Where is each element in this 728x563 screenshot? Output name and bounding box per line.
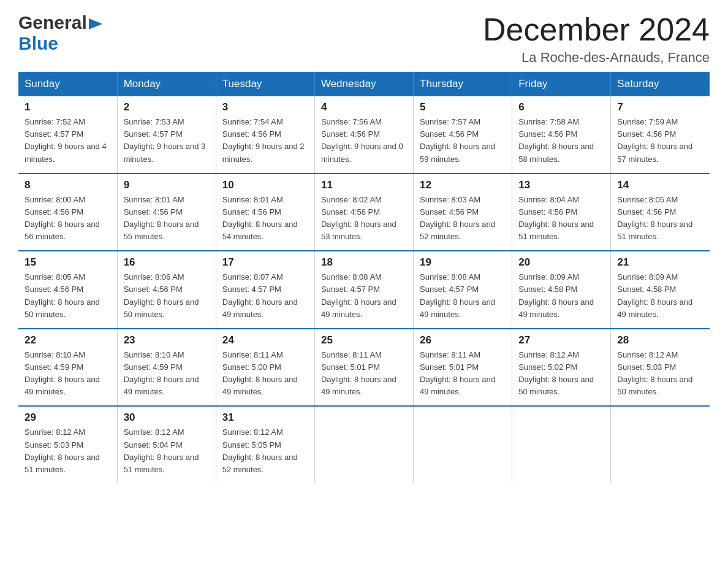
calendar-day-17: 17Sunrise: 8:07 AMSunset: 4:57 PMDayligh… (216, 251, 314, 329)
day-info: Sunrise: 7:54 AMSunset: 4:56 PMDaylight:… (222, 116, 308, 166)
day-info: Sunrise: 8:08 AMSunset: 4:57 PMDaylight:… (420, 271, 506, 321)
calendar-day-13: 13Sunrise: 8:04 AMSunset: 4:56 PMDayligh… (512, 174, 611, 251)
calendar-week-2: 8Sunrise: 8:00 AMSunset: 4:56 PMDaylight… (18, 174, 710, 251)
day-number: 2 (124, 101, 210, 113)
calendar-day-16: 16Sunrise: 8:06 AMSunset: 4:56 PMDayligh… (117, 251, 216, 329)
calendar-day-27: 27Sunrise: 8:12 AMSunset: 5:02 PMDayligh… (512, 329, 611, 407)
calendar-day-5: 5Sunrise: 7:57 AMSunset: 4:56 PMDaylight… (414, 96, 512, 174)
column-header-thursday: Thursday (414, 72, 512, 96)
day-number: 30 (124, 412, 210, 424)
day-number: 13 (518, 179, 604, 191)
column-header-wednesday: Wednesday (314, 72, 413, 96)
logo-general: General (18, 12, 87, 33)
calendar-day-25: 25Sunrise: 8:11 AMSunset: 5:01 PMDayligh… (314, 329, 413, 407)
day-info: Sunrise: 8:08 AMSunset: 4:57 PMDaylight:… (321, 271, 407, 321)
day-number: 11 (321, 179, 407, 191)
column-header-sunday: Sunday (18, 72, 117, 96)
calendar-day-26: 26Sunrise: 8:11 AMSunset: 5:01 PMDayligh… (414, 329, 512, 407)
day-info: Sunrise: 7:53 AMSunset: 4:57 PMDaylight:… (124, 116, 210, 166)
calendar-day-21: 21Sunrise: 8:09 AMSunset: 4:58 PMDayligh… (611, 251, 710, 329)
day-number: 7 (617, 101, 703, 113)
day-info: Sunrise: 8:09 AMSunset: 4:58 PMDaylight:… (518, 271, 604, 321)
page-header: General Blue December 2024 La Roche-des-… (18, 12, 710, 66)
calendar-day-19: 19Sunrise: 8:08 AMSunset: 4:57 PMDayligh… (414, 251, 512, 329)
calendar-header-row: SundayMondayTuesdayWednesdayThursdayFrid… (18, 72, 710, 96)
calendar-day-14: 14Sunrise: 8:05 AMSunset: 4:56 PMDayligh… (611, 174, 710, 251)
day-number: 16 (124, 256, 210, 269)
day-info: Sunrise: 8:10 AMSunset: 4:59 PMDaylight:… (25, 349, 111, 399)
day-number: 8 (25, 179, 111, 191)
day-info: Sunrise: 8:11 AMSunset: 5:00 PMDaylight:… (222, 349, 308, 399)
calendar-day-23: 23Sunrise: 8:10 AMSunset: 4:59 PMDayligh… (117, 329, 216, 407)
month-title: December 2024 (483, 12, 710, 47)
calendar-day-6: 6Sunrise: 7:58 AMSunset: 4:56 PMDaylight… (512, 96, 611, 174)
day-info: Sunrise: 8:07 AMSunset: 4:57 PMDaylight:… (222, 271, 308, 321)
day-info: Sunrise: 7:56 AMSunset: 4:56 PMDaylight:… (321, 116, 407, 166)
calendar-day-4: 4Sunrise: 7:56 AMSunset: 4:56 PMDaylight… (314, 96, 413, 174)
day-number: 6 (518, 101, 604, 113)
day-info: Sunrise: 8:05 AMSunset: 4:56 PMDaylight:… (617, 194, 703, 243)
calendar-day-18: 18Sunrise: 8:08 AMSunset: 4:57 PMDayligh… (314, 251, 413, 329)
day-number: 22 (25, 334, 111, 347)
day-info: Sunrise: 8:12 AMSunset: 5:05 PMDaylight:… (222, 426, 308, 476)
calendar-table: SundayMondayTuesdayWednesdayThursdayFrid… (18, 72, 710, 483)
empty-cell (512, 406, 611, 483)
day-number: 25 (321, 334, 407, 347)
svg-marker-0 (89, 18, 102, 29)
day-info: Sunrise: 8:12 AMSunset: 5:03 PMDaylight:… (25, 426, 111, 476)
day-info: Sunrise: 8:00 AMSunset: 4:56 PMDaylight:… (25, 194, 111, 243)
day-info: Sunrise: 8:10 AMSunset: 4:59 PMDaylight:… (124, 349, 210, 399)
day-number: 9 (124, 179, 210, 191)
day-number: 10 (222, 179, 308, 191)
calendar-day-30: 30Sunrise: 8:12 AMSunset: 5:04 PMDayligh… (117, 406, 216, 483)
calendar-day-11: 11Sunrise: 8:02 AMSunset: 4:56 PMDayligh… (314, 174, 413, 251)
day-info: Sunrise: 8:04 AMSunset: 4:56 PMDaylight:… (518, 194, 604, 243)
day-number: 17 (222, 256, 308, 269)
column-header-tuesday: Tuesday (216, 72, 314, 96)
day-info: Sunrise: 8:12 AMSunset: 5:03 PMDaylight:… (617, 349, 703, 399)
day-number: 24 (222, 334, 308, 347)
day-number: 21 (617, 256, 703, 269)
calendar-day-22: 22Sunrise: 8:10 AMSunset: 4:59 PMDayligh… (18, 329, 117, 407)
column-header-friday: Friday (512, 72, 611, 96)
calendar-day-24: 24Sunrise: 8:11 AMSunset: 5:00 PMDayligh… (216, 329, 314, 407)
calendar-day-28: 28Sunrise: 8:12 AMSunset: 5:03 PMDayligh… (611, 329, 710, 407)
day-number: 28 (617, 334, 703, 347)
day-number: 14 (617, 179, 703, 191)
day-info: Sunrise: 8:11 AMSunset: 5:01 PMDaylight:… (420, 349, 506, 399)
logo-arrow-icon (89, 18, 102, 29)
column-header-monday: Monday (117, 72, 216, 96)
day-number: 5 (420, 101, 506, 113)
calendar-day-20: 20Sunrise: 8:09 AMSunset: 4:58 PMDayligh… (512, 251, 611, 329)
day-info: Sunrise: 8:06 AMSunset: 4:56 PMDaylight:… (124, 271, 210, 321)
calendar-week-4: 22Sunrise: 8:10 AMSunset: 4:59 PMDayligh… (18, 329, 710, 407)
day-number: 15 (25, 256, 111, 269)
calendar-day-8: 8Sunrise: 8:00 AMSunset: 4:56 PMDaylight… (18, 174, 117, 251)
day-info: Sunrise: 7:58 AMSunset: 4:56 PMDaylight:… (518, 116, 604, 166)
calendar-day-12: 12Sunrise: 8:03 AMSunset: 4:56 PMDayligh… (414, 174, 512, 251)
calendar-day-29: 29Sunrise: 8:12 AMSunset: 5:03 PMDayligh… (18, 406, 117, 483)
column-header-saturday: Saturday (611, 72, 710, 96)
day-number: 18 (321, 256, 407, 269)
day-info: Sunrise: 7:52 AMSunset: 4:57 PMDaylight:… (25, 116, 111, 166)
logo: General Blue (18, 12, 102, 54)
day-info: Sunrise: 8:02 AMSunset: 4:56 PMDaylight:… (321, 194, 407, 243)
empty-cell (314, 406, 413, 483)
calendar-week-1: 1Sunrise: 7:52 AMSunset: 4:57 PMDaylight… (18, 96, 710, 174)
calendar-day-10: 10Sunrise: 8:01 AMSunset: 4:56 PMDayligh… (216, 174, 314, 251)
day-info: Sunrise: 8:12 AMSunset: 5:02 PMDaylight:… (518, 349, 604, 399)
day-info: Sunrise: 7:57 AMSunset: 4:56 PMDaylight:… (420, 116, 506, 166)
day-number: 26 (420, 334, 506, 347)
day-info: Sunrise: 8:03 AMSunset: 4:56 PMDaylight:… (420, 194, 506, 243)
calendar-week-5: 29Sunrise: 8:12 AMSunset: 5:03 PMDayligh… (18, 406, 710, 483)
empty-cell (611, 406, 710, 483)
day-info: Sunrise: 8:11 AMSunset: 5:01 PMDaylight:… (321, 349, 407, 399)
calendar-day-15: 15Sunrise: 8:05 AMSunset: 4:56 PMDayligh… (18, 251, 117, 329)
day-number: 1 (25, 101, 111, 113)
day-number: 23 (124, 334, 210, 347)
day-number: 12 (420, 179, 506, 191)
location-title: La Roche-des-Arnauds, France (483, 50, 710, 66)
day-info: Sunrise: 8:05 AMSunset: 4:56 PMDaylight:… (25, 271, 111, 321)
calendar-day-9: 9Sunrise: 8:01 AMSunset: 4:56 PMDaylight… (117, 174, 216, 251)
day-number: 29 (25, 412, 111, 424)
